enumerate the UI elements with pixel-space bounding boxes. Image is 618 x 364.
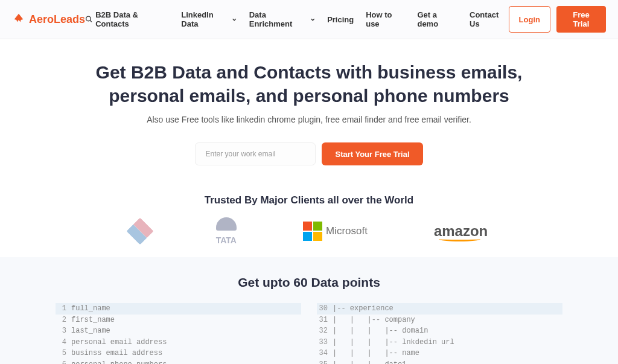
rocket-icon (12, 13, 25, 26)
hero-subtext: Also use Free tools like linkedin chrome… (12, 115, 606, 124)
main-nav: B2B Data & Contacts LinkedIn Data Data E… (85, 10, 509, 28)
client-dominos (130, 222, 150, 241)
client-tata: TATA (216, 217, 237, 245)
hero-section: Get B2B Data and Contacts with business … (0, 39, 618, 177)
chevron-down-icon (232, 17, 237, 22)
code-line: 33| | | |-- lnkdedin url (317, 337, 562, 348)
client-amazon: amazon (434, 223, 488, 240)
email-form: Start Your Free Trial (12, 142, 606, 165)
code-line: 31| | |-- company (317, 315, 562, 326)
code-line: 3last_name (56, 325, 301, 337)
svg-line-1 (90, 21, 92, 22)
nav-data-enrichment[interactable]: Data Enrichment (249, 10, 315, 28)
code-columns: 1full_name2first_name3last_name4personal… (56, 303, 562, 364)
nav-how-to-use[interactable]: How to use (366, 10, 405, 28)
code-column-right: 30|-- experience31| | |-- company32| | |… (317, 303, 562, 364)
header-actions: Login Free Trial (509, 6, 606, 33)
code-line: 6personal phone numbers (56, 359, 301, 364)
dominos-icon (126, 217, 153, 244)
svg-point-0 (86, 16, 91, 21)
client-logos: TATA Microsoft amazon (12, 217, 606, 245)
code-line: 32| | | |-- domain (317, 325, 562, 337)
code-line: 4personal email address (56, 337, 301, 348)
chevron-down-icon (310, 17, 315, 22)
login-button[interactable]: Login (509, 6, 550, 33)
logo[interactable]: AeroLeads (12, 13, 85, 26)
data-points-title: Get upto 60 Data points (12, 275, 606, 290)
start-trial-button[interactable]: Start Your Free Trial (322, 142, 422, 165)
nav-get-demo[interactable]: Get a demo (417, 10, 457, 28)
client-microsoft: Microsoft (303, 222, 368, 241)
microsoft-icon (303, 222, 322, 241)
code-column-left: 1full_name2first_name3last_name4personal… (56, 303, 301, 364)
nav-b2b-data[interactable]: B2B Data & Contacts (85, 10, 169, 28)
code-line: 2first_name (56, 315, 301, 326)
code-line: 5businss email address (56, 348, 301, 359)
tata-icon (216, 217, 237, 231)
data-points-section: Get upto 60 Data points 1full_name2first… (0, 257, 618, 364)
free-trial-button[interactable]: Free Trial (556, 6, 606, 33)
trusted-title: Trusted By Major Clients all over the Wo… (12, 194, 606, 206)
search-icon (85, 15, 93, 24)
logo-text: AeroLeads (29, 13, 85, 26)
code-line: 30|-- experience (317, 303, 562, 315)
code-line: 34| | | |-- name (317, 348, 562, 359)
email-input[interactable] (195, 142, 316, 165)
nav-pricing[interactable]: Pricing (327, 10, 354, 28)
nav-contact[interactable]: Contact Us (470, 10, 509, 28)
hero-headline: Get B2B Data and Contacts with business … (80, 60, 538, 107)
main-header: AeroLeads B2B Data & Contacts LinkedIn D… (0, 0, 618, 39)
nav-linkedin-data[interactable]: LinkedIn Data (181, 10, 237, 28)
code-line: 1full_name (56, 303, 301, 315)
code-line: 35| | |-- date1 (317, 359, 562, 364)
trusted-section: Trusted By Major Clients all over the Wo… (0, 177, 618, 257)
